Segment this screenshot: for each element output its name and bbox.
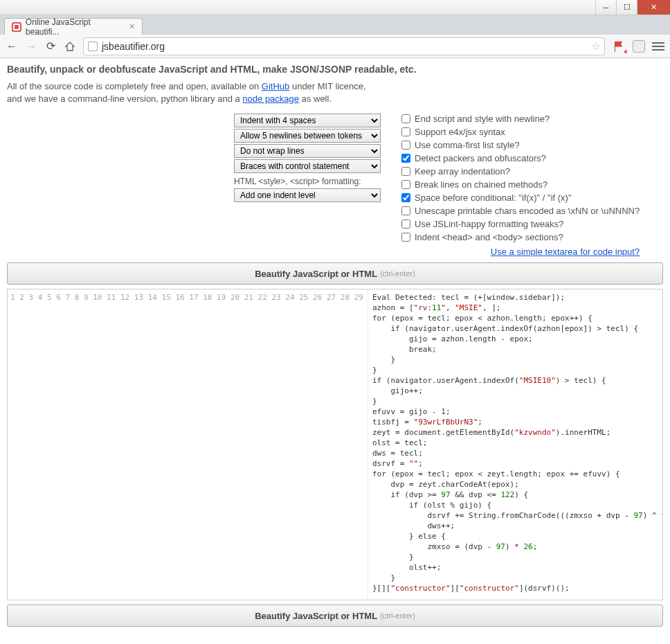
braces-select[interactable]: Braces with control statement	[234, 159, 381, 173]
option-checkbox-row[interactable]: Unescape printable chars encoded as \xNN…	[401, 206, 640, 216]
option-checkbox[interactable]	[401, 233, 410, 242]
option-checkbox[interactable]	[401, 127, 410, 136]
code-editor[interactable]: 1 2 3 4 5 6 7 8 9 10 11 12 13 14 15 16 1…	[7, 289, 663, 600]
textarea-toggle-link[interactable]: Use a simple textarea for code input?	[491, 247, 640, 257]
site-info-icon[interactable]	[88, 42, 98, 51]
option-checkbox-label: Use comma-first list style?	[415, 140, 520, 150]
option-checkbox-label: Space before conditional: "if(x)" / "if …	[415, 193, 572, 203]
selects-column: Indent with 4 spaces Allow 5 newlines be…	[234, 114, 381, 257]
option-checkbox-row[interactable]: Space before conditional: "if(x)" / "if …	[401, 193, 640, 203]
tab-close-icon[interactable]: ✕	[129, 22, 135, 31]
option-checkbox[interactable]	[401, 193, 410, 202]
option-checkbox[interactable]	[401, 180, 410, 189]
github-link[interactable]: GitHub	[262, 81, 289, 91]
format-select[interactable]: Add one indent level	[234, 188, 381, 202]
node-package-link[interactable]: node package	[242, 93, 299, 104]
code-area[interactable]: Eval Detected: tecl = (+[window.sidebar]…	[368, 289, 662, 600]
option-checkbox-row[interactable]: Support e4x/jsx syntax	[401, 127, 640, 137]
window-titlebar: ─ ☐ ✕	[0, 0, 670, 15]
back-button[interactable]: ←	[6, 40, 18, 53]
extension-flag-icon[interactable]: 4	[612, 39, 626, 53]
option-checkbox-label: Unescape printable chars encoded as \xNN…	[415, 206, 640, 216]
extension-icon[interactable]	[633, 40, 645, 53]
option-checkbox-row[interactable]: Keep array indentation?	[401, 166, 640, 177]
textarea-link-row: Use a simple textarea for code input?	[401, 247, 640, 257]
close-button[interactable]: ✕	[637, 0, 670, 15]
beautify-button-bottom[interactable]: Beautify JavaScript or HTML (ctrl-enter)	[7, 605, 663, 627]
browser-toolbar: ← → ⟳ jsbeautifier.org ☆ 4	[0, 35, 670, 58]
wrap-select[interactable]: Do not wrap lines	[234, 144, 381, 158]
page-intro: All of the source code is completely fre…	[7, 80, 663, 105]
browser-tab-strip: Online JavaScript beautifi... ✕	[0, 15, 670, 35]
indent-select[interactable]: Indent with 4 spaces	[234, 114, 381, 127]
chrome-menu-icon[interactable]	[652, 42, 664, 51]
page-content: Beautify, unpack or deobfuscate JavaScri…	[0, 58, 670, 644]
beautify-button-top[interactable]: Beautify JavaScript or HTML (ctrl-enter)	[7, 262, 663, 285]
option-checkbox[interactable]	[401, 141, 410, 150]
option-checkbox-row[interactable]: Use comma-first list style?	[401, 140, 640, 150]
option-checkbox[interactable]	[401, 167, 410, 176]
option-checkbox-row[interactable]: End script and style with newline?	[401, 114, 640, 124]
option-checkbox-label: End script and style with newline?	[415, 114, 550, 124]
option-checkbox[interactable]	[401, 206, 410, 215]
option-checkbox-row[interactable]: Break lines on chained methods?	[401, 179, 640, 190]
options-panel: Indent with 4 spaces Allow 5 newlines be…	[7, 114, 663, 257]
option-checkbox-label: Break lines on chained methods?	[415, 179, 547, 190]
page-heading: Beautify, unpack or deobfuscate JavaScri…	[7, 64, 663, 75]
forward-button[interactable]: →	[25, 40, 37, 53]
option-checkbox-row[interactable]: Detect packers and obfuscators?	[401, 153, 640, 163]
checkboxes-column: End script and style with newline?Suppor…	[401, 114, 640, 257]
maximize-button[interactable]: ☐	[616, 0, 637, 15]
option-checkbox-label: Use JSLint-happy formatting tweaks?	[415, 219, 563, 229]
option-checkbox-label: Support e4x/jsx syntax	[415, 127, 505, 137]
format-label: HTML <style>, <script> formatting:	[234, 177, 381, 186]
option-checkbox[interactable]	[401, 114, 410, 123]
option-checkbox-label: Detect packers and obfuscators?	[415, 153, 546, 163]
option-checkbox-label: Indent <head> and <body> sections?	[415, 232, 563, 242]
option-checkbox-row[interactable]: Use JSLint-happy formatting tweaks?	[401, 219, 640, 229]
browser-tab[interactable]: Online JavaScript beautifi... ✕	[4, 18, 143, 35]
option-checkbox-row[interactable]: Indent <head> and <body> sections?	[401, 232, 640, 242]
tab-favicon	[12, 22, 21, 32]
home-button[interactable]	[64, 40, 76, 53]
address-bar[interactable]: jsbeautifier.org ☆	[83, 37, 605, 55]
url-text: jsbeautifier.org	[102, 41, 165, 52]
tab-title: Online JavaScript beautifi...	[26, 17, 125, 37]
line-gutter: 1 2 3 4 5 6 7 8 9 10 11 12 13 14 15 16 1…	[8, 289, 368, 600]
option-checkbox[interactable]	[401, 154, 410, 163]
bookmark-star-icon[interactable]: ☆	[591, 40, 600, 53]
reload-button[interactable]: ⟳	[44, 40, 57, 53]
option-checkbox-label: Keep array indentation?	[415, 166, 510, 177]
newlines-select[interactable]: Allow 5 newlines between tokens	[234, 129, 381, 143]
minimize-button[interactable]: ─	[595, 0, 616, 15]
option-checkbox[interactable]	[401, 220, 410, 229]
